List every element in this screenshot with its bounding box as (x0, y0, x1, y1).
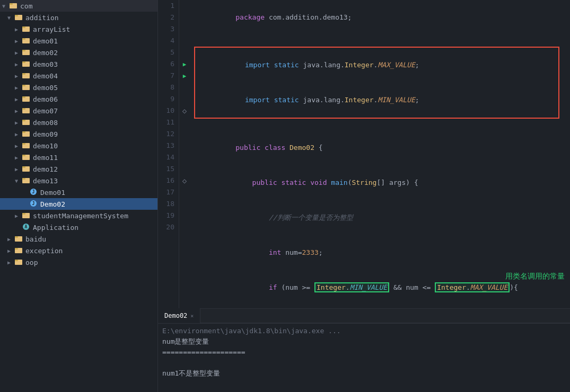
tree-label-oop: oop (25, 259, 155, 266)
sidebar-item-demo06[interactable]: ▶demo06 (0, 93, 157, 105)
code-line-9: int num=2333; (194, 235, 570, 270)
svg-rect-43 (15, 248, 18, 250)
import-box: import static java.lang.Integer.MAX_VALU… (194, 47, 559, 119)
svg-rect-25 (22, 143, 25, 145)
tree-label-demo02: demo02 (33, 49, 155, 57)
tree-arrow-demo01: ▶ (15, 38, 22, 44)
tree-arrow-demo13: ▼ (15, 178, 22, 184)
tree-label-demo05: demo05 (33, 84, 155, 92)
tree-arrow-demo11: ▶ (15, 155, 22, 161)
editor-tab[interactable]: Demo02 × (158, 308, 200, 323)
sidebar-item-demo03[interactable]: ▶demo03 (0, 58, 157, 70)
tree-arrow-demo12: ▶ (15, 166, 22, 172)
sidebar-item-addition[interactable]: ▼addition (0, 12, 157, 23)
tree-label-demo01: demo01 (33, 37, 155, 45)
sidebar-item-demo13[interactable]: ▼demo13 (0, 175, 157, 186)
sidebar-item-demo08[interactable]: ▶demo08 (0, 117, 157, 128)
sidebar-item-Demo02[interactable]: JDemo02 (0, 198, 157, 210)
tree-label-exception: exception (25, 247, 155, 255)
sidebar-item-exception[interactable]: ▶exception (0, 245, 157, 256)
code-editor: 12345 678910 1112131415 1617181920 ▶ ▶ ◇ (158, 0, 570, 308)
tree-label-studentManagementSystem: studentManagementSystem (33, 212, 155, 220)
tree-arrow-demo07: ▶ (15, 108, 22, 114)
tree-label-Demo02: Demo02 (40, 200, 155, 208)
tab-close-button[interactable]: × (190, 313, 194, 319)
sidebar-item-demo05[interactable]: ▶demo05 (0, 82, 157, 93)
tree-icon-Application: A (22, 223, 31, 232)
tree-icon-baidu (15, 235, 23, 244)
sidebar-item-demo01[interactable]: ▶demo01 (0, 35, 157, 47)
svg-rect-19 (22, 108, 25, 110)
sidebar-item-demo12[interactable]: ▶demo12 (0, 163, 157, 175)
tree-icon-studentManagementSystem (22, 211, 31, 220)
tree-arrow-demo03: ▶ (15, 61, 22, 67)
tree-icon-demo10 (22, 141, 31, 150)
tree-label-demo06: demo06 (33, 95, 155, 103)
sidebar-item-Demo01[interactable]: JDemo01 (0, 186, 157, 198)
tree-label-demo09: demo09 (33, 130, 155, 138)
tree-label-Demo01: Demo01 (40, 189, 155, 197)
sidebar-item-demo07[interactable]: ▶demo07 (0, 105, 157, 117)
svg-rect-1 (10, 3, 13, 5)
tree-icon-Demo02: J (30, 200, 38, 209)
tree-label-demo13: demo13 (33, 177, 155, 185)
svg-rect-27 (22, 155, 25, 156)
tree-arrow-addition: ▼ (7, 15, 15, 21)
sidebar-item-oop[interactable]: ▶oop (0, 256, 157, 268)
terminal-line-3: ==================== (162, 347, 566, 358)
tree-label-Application: Application (33, 224, 155, 231)
tree-label-demo12: demo12 (33, 165, 155, 173)
file-tree: ▼com▼addition▶arrayList▶demo01▶demo02▶de… (0, 0, 158, 392)
terminal-panel: E:\environment\java\jdk1.8\bin\java.exe … (158, 323, 570, 392)
svg-rect-9 (22, 50, 25, 51)
tree-icon-arrayList (22, 25, 31, 34)
sidebar-item-Application[interactable]: AApplication (0, 221, 157, 233)
tree-arrow-baidu: ▶ (7, 236, 15, 242)
sidebar-item-studentManagementSystem[interactable]: ▶studentManagementSystem (0, 210, 157, 221)
tree-arrow-com: ▼ (2, 3, 10, 9)
svg-text:J: J (32, 201, 35, 206)
sidebar-item-demo10[interactable]: ▶demo10 (0, 140, 157, 152)
tree-arrow-oop: ▶ (7, 260, 15, 265)
tree-label-addition: addition (25, 14, 155, 22)
sidebar-item-demo04[interactable]: ▶demo04 (0, 70, 157, 82)
tree-arrow-exception: ▶ (7, 248, 15, 254)
tree-label-baidu: baidu (25, 235, 155, 243)
terminal-line-2: num是整型变量 (162, 336, 566, 347)
sidebar-item-demo09[interactable]: ▶demo09 (0, 128, 157, 140)
tree-icon-demo02 (22, 48, 31, 57)
svg-rect-31 (22, 178, 25, 180)
sidebar-item-arrayList[interactable]: ▶arrayList (0, 23, 157, 35)
sidebar-item-demo11[interactable]: ▶demo11 (0, 152, 157, 163)
code-line-2 (194, 35, 570, 47)
tree-icon-demo07 (22, 106, 31, 115)
svg-rect-15 (22, 85, 25, 86)
svg-rect-5 (22, 26, 25, 28)
code-line-1: package com.addition.demo13; (194, 0, 570, 35)
code-line-10: if (num >= Integer.MIN_VALUE && num <= I… (194, 270, 570, 308)
sidebar-item-demo02[interactable]: ▶demo02 (0, 47, 157, 58)
tree-arrow-demo05: ▶ (15, 85, 22, 91)
tree-label-demo04: demo04 (33, 72, 155, 80)
svg-rect-37 (22, 213, 25, 215)
sidebar-item-com[interactable]: ▼com (0, 0, 157, 12)
tree-icon-demo01 (22, 37, 31, 46)
tab-bar: Demo02 × (158, 308, 570, 323)
svg-rect-23 (22, 131, 25, 133)
tree-arrow-demo04: ▶ (15, 73, 22, 79)
tree-icon-demo12 (22, 165, 31, 174)
tree-arrow-demo02: ▶ (15, 50, 22, 56)
tree-icon-demo04 (22, 72, 31, 81)
svg-rect-17 (22, 96, 25, 98)
main-panel: 12345 678910 1112131415 1617181920 ▶ ▶ ◇ (158, 0, 570, 392)
code-line-8: //判断一个变量是否为整型 (194, 200, 570, 235)
code-content[interactable]: package com.addition.demo13; import stat… (190, 0, 570, 308)
svg-rect-21 (22, 120, 25, 121)
tree-icon-demo06 (22, 95, 31, 104)
tree-icon-demo11 (22, 153, 31, 162)
sidebar-item-baidu[interactable]: ▶baidu (0, 233, 157, 245)
tree-icon-demo05 (22, 83, 31, 92)
tree-label-arrayList: arrayList (33, 25, 155, 33)
tab-label: Demo02 (164, 312, 187, 319)
tree-label-demo10: demo10 (33, 142, 155, 150)
